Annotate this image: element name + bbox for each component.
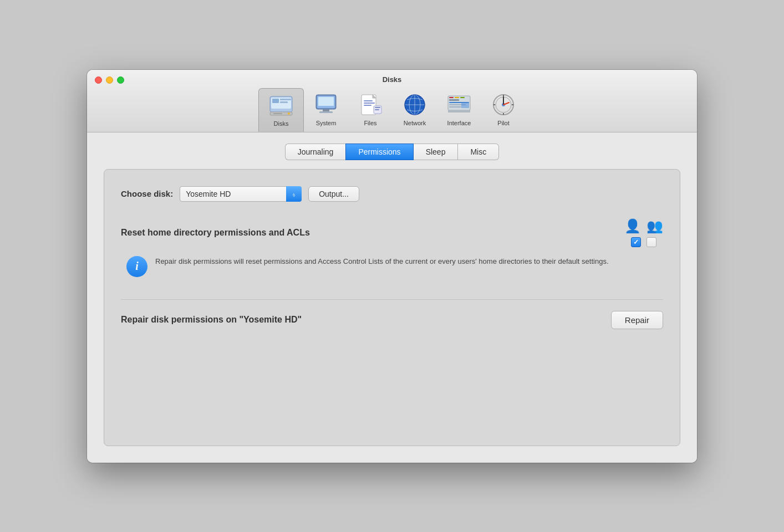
toolbar-item-pilot[interactable]: Pilot [481,88,526,132]
maximize-button[interactable] [117,76,124,84]
files-label: Files [364,120,376,126]
permissions-panel: Choose disk: Yosemite HD Output... Reset… [104,169,680,446]
svg-rect-16 [364,105,371,106]
system-icon [313,91,339,118]
repair-label: Repair disk permissions on "Yosemite HD" [121,315,302,325]
svg-rect-14 [364,100,373,101]
toolbar: Disks System [258,88,526,132]
single-user-checkbox[interactable] [631,237,641,247]
svg-rect-15 [364,103,375,104]
network-icon [401,91,428,118]
disk-select[interactable]: Yosemite HD [180,186,302,202]
reset-permissions-label: Reset home directory permissions and ACL… [121,228,624,238]
svg-rect-33 [449,106,461,108]
window-title: Disks [383,75,402,84]
toolbar-item-system[interactable]: System [304,88,348,132]
close-button[interactable] [95,76,102,84]
svg-rect-35 [448,110,470,112]
output-button[interactable]: Output... [308,186,359,202]
svg-rect-12 [319,111,333,113]
toolbar-item-files[interactable]: Files [348,88,393,132]
disk-select-wrapper: Yosemite HD [180,186,302,202]
tab-sleep[interactable]: Sleep [414,144,459,160]
titlebar: Disks Disks [87,70,697,132]
main-content: Journaling Permissions Sleep Misc Choose… [87,132,697,463]
files-icon [357,91,384,118]
toolbar-item-network[interactable]: Network [393,88,437,132]
svg-rect-28 [449,97,454,98]
permissions-row: Reset home directory permissions and ACL… [121,218,663,247]
main-window: Disks Disks [87,70,697,463]
group-users-checkbox[interactable] [646,237,656,247]
svg-rect-27 [449,99,459,101]
tab-misc[interactable]: Misc [458,144,499,160]
info-icon: i [126,256,147,277]
interface-label: Interface [447,120,471,126]
group-users-icon: 👥 [646,218,663,234]
svg-rect-11 [323,109,329,111]
toolbar-item-interface[interactable]: Interface [437,88,481,132]
network-label: Network [404,120,426,126]
svg-rect-29 [455,97,459,98]
svg-rect-7 [273,113,282,114]
svg-rect-18 [375,107,380,108]
svg-rect-19 [375,109,379,110]
svg-rect-4 [280,101,288,103]
svg-rect-2 [272,99,279,103]
info-section: i Repair disk permissions will reset per… [121,256,663,277]
toolbar-item-disks[interactable]: Disks [258,88,304,132]
checkboxes-pair [631,237,656,247]
traffic-lights [95,76,124,84]
choose-disk-label: Choose disk: [121,189,173,198]
tab-bar: Journaling Permissions Sleep Misc [104,144,680,160]
svg-point-6 [288,112,290,115]
single-user-icon: 👤 [624,218,641,234]
svg-rect-10 [318,97,334,106]
svg-rect-34 [461,103,469,108]
repair-section: Repair disk permissions on "Yosemite HD"… [121,299,663,329]
disks-icon [268,92,294,119]
system-label: System [316,120,337,126]
tab-permissions[interactable]: Permissions [345,144,413,160]
interface-icon [446,91,472,118]
choose-disk-row: Choose disk: Yosemite HD Output... [121,186,663,202]
user-icons-row: 👤 👥 [624,218,663,234]
svg-rect-30 [460,97,465,98]
permissions-right: 👤 👥 [624,218,663,247]
disks-label: Disks [274,120,289,127]
tab-journaling[interactable]: Journaling [285,144,346,160]
minimize-button[interactable] [106,76,113,84]
repair-button[interactable]: Repair [611,311,663,329]
pilot-label: Pilot [497,120,509,126]
info-text: Repair disk permissions will reset permi… [155,256,609,267]
pilot-icon [490,91,517,118]
svg-rect-3 [280,99,291,100]
